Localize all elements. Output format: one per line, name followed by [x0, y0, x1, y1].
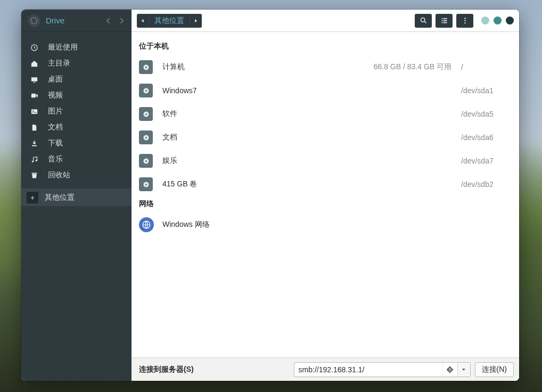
download-icon [30, 139, 38, 148]
svg-rect-10 [31, 173, 37, 174]
path-next-button[interactable] [190, 14, 202, 28]
sidebar-item-label: 其他位置 [45, 193, 75, 202]
sidebar-item-label: 主目录 [48, 59, 70, 68]
window-close-button[interactable] [506, 17, 514, 24]
sidebar-item-home[interactable]: 主目录 [21, 55, 132, 71]
window-controls [481, 17, 514, 24]
sidebar-item-downloads[interactable]: 下载 [21, 135, 132, 151]
svg-point-26 [145, 113, 146, 115]
video-icon [30, 91, 38, 100]
drive-path: /dev/sda5 [461, 110, 512, 118]
svg-rect-13 [443, 18, 447, 19]
toolbar: 其他位置 [132, 10, 519, 32]
search-button[interactable] [415, 14, 432, 28]
path-segment[interactable]: 其他位置 [149, 14, 190, 28]
svg-point-11 [421, 18, 425, 22]
drive-path: /dev/sda6 [461, 133, 512, 142]
sidebar: Drive 最近使用 主目录 [21, 10, 132, 381]
network-globe-icon [139, 217, 154, 232]
drive-row[interactable]: 文档/dev/sda6 [132, 126, 519, 149]
desktop-icon [30, 75, 38, 84]
drive-path: /dev/sda1 [461, 86, 512, 95]
image-icon [30, 107, 38, 116]
sidebar-item-documents[interactable]: 文档 [21, 119, 132, 135]
sidebar-item-other-locations[interactable]: + 其他位置 [21, 189, 132, 206]
network-row[interactable]: Windows 网络 [132, 213, 519, 236]
drive-icon [139, 177, 153, 191]
sidebar-item-trash[interactable]: 回收站 [21, 167, 132, 183]
svg-rect-12 [441, 18, 442, 19]
content-area: 位于本机 计算机66.8 GB / 83.4 GB 可用/Windows7/de… [132, 32, 519, 357]
sidebar-item-label: 图片 [48, 107, 63, 116]
path-prev-button[interactable] [137, 14, 149, 28]
trash-icon [30, 171, 38, 179]
drive-path: /dev/sda7 [461, 157, 512, 165]
view-list-button[interactable] [436, 14, 453, 28]
sidebar-item-label: 音乐 [48, 154, 63, 164]
svg-rect-3 [33, 81, 35, 82]
svg-point-0 [31, 18, 37, 24]
svg-point-19 [464, 20, 466, 21]
drive-row[interactable]: 娱乐/dev/sda7 [132, 149, 519, 173]
drive-path: /dev/sdb2 [461, 180, 512, 189]
drive-row[interactable]: 软件/dev/sda5 [132, 102, 519, 126]
sidebar-item-label: 最近使用 [48, 43, 78, 52]
sidebar-item-recent[interactable]: 最近使用 [21, 39, 132, 55]
sidebar-item-label: 文档 [48, 123, 63, 132]
sidebar-item-desktop[interactable]: 桌面 [21, 71, 132, 87]
window-maximize-button[interactable] [494, 17, 502, 24]
pathbar: 其他位置 [137, 14, 202, 28]
svg-point-6 [32, 110, 34, 111]
drives-list: 计算机66.8 GB / 83.4 GB 可用/Windows7/dev/sda… [132, 55, 519, 196]
drive-name: 415 GB 卷 [162, 179, 338, 189]
sidebar-item-label: 下载 [48, 138, 63, 148]
svg-point-20 [464, 22, 466, 24]
plus-icon: + [27, 192, 38, 203]
svg-point-32 [145, 183, 146, 185]
section-header-network: 网络 [132, 196, 519, 213]
sidebar-item-label: 回收站 [48, 170, 70, 180]
nav-forward-button[interactable] [116, 15, 127, 27]
svg-rect-14 [441, 20, 442, 21]
svg-rect-2 [31, 77, 37, 81]
svg-rect-15 [443, 20, 447, 21]
main-pane: 其他位置 位于本机 计算机66.8 GB / 8 [132, 10, 519, 381]
drive-name: Windows7 [162, 86, 338, 95]
svg-rect-16 [441, 22, 442, 23]
connect-label: 连接到服务器(S) [137, 365, 194, 374]
menu-button[interactable] [456, 14, 473, 28]
document-icon [30, 123, 38, 132]
drive-row[interactable]: 415 GB 卷/dev/sdb2 [132, 173, 519, 196]
nav-back-button[interactable] [103, 15, 114, 27]
connect-bar: 连接到服务器(S) ? 连接(N) [132, 357, 519, 381]
connect-button[interactable]: 连接(N) [475, 362, 514, 377]
svg-point-22 [145, 66, 146, 68]
drive-row[interactable]: 计算机66.8 GB / 83.4 GB 可用/ [132, 55, 519, 79]
home-icon [30, 59, 38, 68]
address-history-dropdown[interactable] [457, 363, 470, 377]
sidebar-item-label: 视频 [48, 91, 63, 100]
drive-row[interactable]: Windows7/dev/sda1 [132, 79, 519, 102]
svg-point-28 [145, 136, 146, 138]
window-minimize-button[interactable] [481, 17, 489, 24]
svg-point-9 [35, 159, 37, 161]
drive-icon [139, 107, 153, 121]
sidebar-header: Drive [21, 10, 132, 32]
svg-point-18 [464, 18, 466, 19]
drive-info: 66.8 GB / 83.4 GB 可用 [338, 62, 461, 72]
drive-name: 计算机 [162, 62, 338, 72]
server-address-input[interactable] [294, 363, 442, 377]
svg-rect-7 [32, 145, 37, 146]
section-header-local: 位于本机 [132, 39, 519, 55]
svg-point-30 [145, 160, 146, 161]
sidebar-item-music[interactable]: 音乐 [21, 151, 132, 167]
drive-path: / [461, 63, 512, 71]
svg-point-8 [31, 160, 33, 162]
network-name: Windows 网络 [162, 220, 338, 230]
address-hint-button[interactable]: ? [442, 363, 457, 377]
sidebar-places-list: 最近使用 主目录 桌面 视频 [21, 32, 132, 206]
music-icon [30, 155, 38, 164]
sidebar-item-videos[interactable]: 视频 [21, 87, 132, 103]
drive-icon [139, 60, 153, 74]
sidebar-item-pictures[interactable]: 图片 [21, 103, 132, 119]
